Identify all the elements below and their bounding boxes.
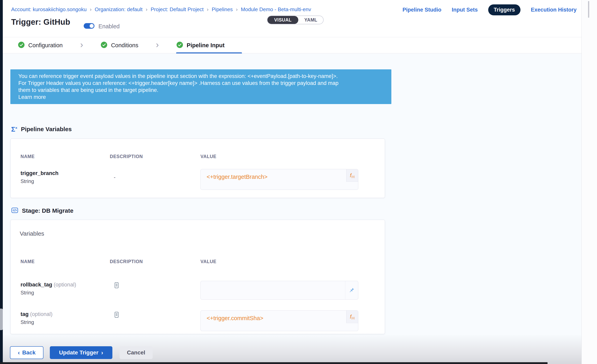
breadcrumb-separator-icon: ›	[90, 6, 92, 13]
collapsed-left-nav-edge	[0, 0, 3, 364]
trigger-payload-info-banner: You can reference trigger event payload …	[10, 69, 391, 104]
column-header-value: VALUE	[200, 154, 216, 159]
learn-more-link[interactable]: Learn more	[18, 94, 383, 101]
stage-icon	[11, 207, 18, 214]
check-circle-icon	[101, 41, 107, 49]
column-header-name: NAME	[21, 259, 35, 264]
variable-type: String	[21, 319, 34, 325]
tag-value-input[interactable]: <+trigger.commitSha> f(x)	[200, 310, 358, 331]
breadcrumb-account[interactable]: Account: kurosakiichigo.songoku	[11, 6, 87, 13]
banner-line: them to variables that are being used in…	[18, 87, 383, 94]
stage-title: Stage: DB Migrate	[22, 207, 73, 214]
column-header-description: DESCRIPTION	[110, 154, 143, 159]
check-circle-icon	[18, 41, 25, 49]
expression-fx-button[interactable]: f(x)	[346, 169, 358, 182]
breadcrumb-organization[interactable]: Organization: default	[95, 6, 142, 13]
tab-configuration[interactable]: Configuration	[18, 41, 63, 49]
visual-yaml-toggle: VISUAL YAML	[267, 16, 324, 24]
variable-type: String	[21, 178, 34, 184]
update-trigger-button[interactable]: Update Trigger ›	[50, 346, 112, 359]
pin-icon[interactable]	[345, 281, 358, 299]
main-pane: Account: kurosakiichigo.songoku › Organi…	[3, 0, 581, 364]
check-circle-icon	[176, 41, 183, 49]
pipeline-input-panel: You can reference trigger event payload …	[3, 54, 581, 364]
variable-name: rollback_tag (optional)	[21, 282, 76, 288]
column-header-description: DESCRIPTION	[110, 259, 143, 264]
back-button[interactable]: ‹ Back	[10, 346, 43, 359]
description-tooltip-icon	[114, 282, 119, 289]
tab-pipeline-input-label: Pipeline Input	[187, 42, 225, 49]
breadcrumb-separator-icon: ›	[236, 6, 238, 13]
breadcrumb-separator-icon: ›	[207, 6, 209, 13]
banner-line: You can reference trigger event payload …	[18, 73, 383, 80]
breadcrumb-pipeline-name[interactable]: Module Demo - Beta-multi-env	[241, 6, 311, 13]
nav-execution-history[interactable]: Execution History	[531, 7, 577, 13]
column-header-name: NAME	[21, 154, 35, 159]
chevron-right-icon: ›	[156, 40, 159, 49]
variable-name: tag (optional)	[21, 311, 53, 317]
cancel-button[interactable]: Cancel	[119, 346, 153, 359]
banner-line: For Trigger Header values you can refere…	[18, 80, 383, 87]
yaml-mode-button[interactable]: YAML	[298, 16, 323, 24]
description-tooltip-icon	[114, 312, 119, 319]
tab-configuration-label: Configuration	[28, 42, 63, 49]
nav-pipeline-studio[interactable]: Pipeline Studio	[402, 7, 441, 13]
chevron-left-icon: ‹	[18, 350, 20, 356]
tab-pipeline-input[interactable]: Pipeline Input	[176, 41, 225, 49]
breadcrumb-separator-icon: ›	[146, 6, 148, 13]
variable-type: String	[21, 290, 34, 296]
expression-value: <+trigger.commitSha>	[207, 315, 263, 322]
variables-card-title: Variables	[20, 230, 44, 237]
column-header-value: VALUE	[200, 259, 216, 264]
breadcrumb-project[interactable]: Project: Default Project	[151, 6, 204, 13]
chevron-right-icon: ›	[80, 40, 83, 49]
tab-conditions-label: Conditions	[111, 42, 138, 49]
breadcrumb: Account: kurosakiichigo.songoku › Organi…	[11, 6, 311, 13]
expression-value: <+trigger.targetBranch>	[207, 174, 268, 180]
rollback-tag-value-input[interactable]	[200, 281, 358, 300]
nav-input-sets[interactable]: Input Sets	[452, 7, 478, 13]
stage-variables-card: Variables NAME DESCRIPTION VALUE rollbac…	[10, 220, 385, 334]
pipeline-top-nav: Pipeline Studio Input Sets Triggers Exec…	[402, 4, 577, 15]
wizard-tab-bar: Configuration › Conditions › Pipeline In…	[3, 37, 581, 53]
pipeline-variables-icon: Σ×	[11, 126, 17, 133]
visual-mode-button[interactable]: VISUAL	[267, 16, 298, 24]
pipeline-variables-section-header: Σ× Pipeline Variables	[11, 125, 72, 134]
breadcrumb-pipelines[interactable]: Pipelines	[212, 6, 233, 13]
enabled-toggle[interactable]	[84, 23, 94, 29]
pipeline-variables-card: NAME DESCRIPTION VALUE trigger_branch St…	[10, 139, 385, 198]
active-tab-underline	[176, 52, 242, 53]
variable-name: trigger_branch	[21, 170, 59, 176]
stage-section-header: Stage: DB Migrate	[11, 206, 73, 215]
page-scroll-gutter	[581, 0, 597, 364]
chevron-right-icon: ›	[101, 350, 103, 356]
trigger-branch-value-input[interactable]: <+trigger.targetBranch> f(x)	[200, 169, 358, 190]
toggle-knob-icon	[89, 24, 94, 28]
enabled-label: Enabled	[98, 23, 119, 30]
pipeline-variables-title: Pipeline Variables	[21, 126, 72, 133]
bottom-dock-edge	[0, 362, 548, 364]
scrollbar-thumb[interactable]	[588, 1, 589, 18]
expression-fx-button[interactable]: f(x)	[346, 311, 358, 323]
tab-conditions[interactable]: Conditions	[101, 41, 138, 49]
nav-triggers-active[interactable]: Triggers	[488, 4, 521, 15]
variable-description: -	[114, 174, 116, 180]
page-title: Trigger: GitHub	[11, 17, 70, 26]
footer-buttons: ‹ Back Update Trigger › Cancel	[10, 346, 153, 359]
